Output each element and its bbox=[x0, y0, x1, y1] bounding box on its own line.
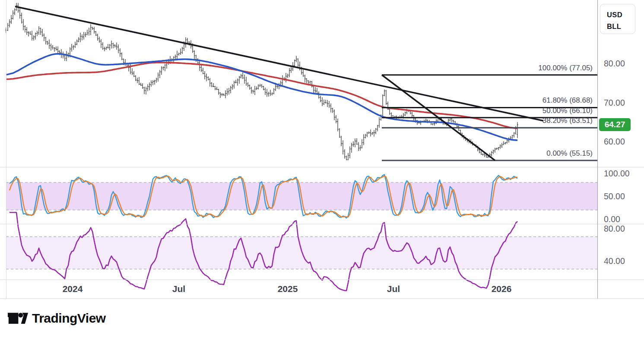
fib-label-0.00%: 0.00% (55.15) bbox=[546, 149, 593, 158]
ma-slow-red-line bbox=[6, 63, 517, 129]
ohlc-bars bbox=[5, 3, 518, 160]
time-axis-label-0: 2024 bbox=[63, 284, 83, 294]
time-axis-label-3: Jul bbox=[387, 284, 400, 294]
fib-label-61.80%: 61.80% (68.68) bbox=[542, 96, 593, 105]
stoch-axis-tick-0.00: 0.00 bbox=[604, 214, 620, 224]
symbol-currency: USD bbox=[607, 9, 635, 20]
fib-label-38.20%: 38.20% (63.51) bbox=[542, 116, 593, 125]
symbol-info-box: USD BLL bbox=[600, 4, 635, 34]
symbol-unit: BLL bbox=[607, 21, 635, 31]
fib-label-50.00%: 50.00% (66.10) bbox=[542, 107, 593, 115]
tradingview-logo[interactable]: TradingView bbox=[8, 309, 106, 328]
tradingview-chart-screenshot: 80.0070.0060.00100.0050.000.0080.0040.00… bbox=[0, 0, 644, 339]
price-bars-layer bbox=[5, 3, 518, 160]
tradingview-logo-text: TradingView bbox=[32, 311, 106, 326]
time-axis-label-1: Jul bbox=[172, 284, 185, 294]
fib-label-100.00%: 100.00% (77.05) bbox=[538, 64, 593, 72]
tradingview-logo-icon bbox=[8, 313, 28, 324]
rsi-axis-tick-40.00: 40.00 bbox=[604, 256, 625, 266]
rsi-axis-tick-80.00: 80.00 bbox=[604, 224, 625, 234]
last-price-badge: 64.27 bbox=[599, 118, 631, 131]
price-axis-tick-70.00: 70.00 bbox=[604, 98, 625, 108]
price-axis-tick-80.00: 80.00 bbox=[604, 59, 625, 69]
stoch-axis-tick-50.00: 50.00 bbox=[604, 191, 625, 201]
stoch-axis-tick-100.00: 100.00 bbox=[604, 169, 630, 179]
price-axis-tick-60.00: 60.00 bbox=[604, 137, 625, 147]
time-axis-label-2: 2025 bbox=[278, 284, 298, 294]
time-axis-label-4: 2026 bbox=[492, 284, 512, 294]
